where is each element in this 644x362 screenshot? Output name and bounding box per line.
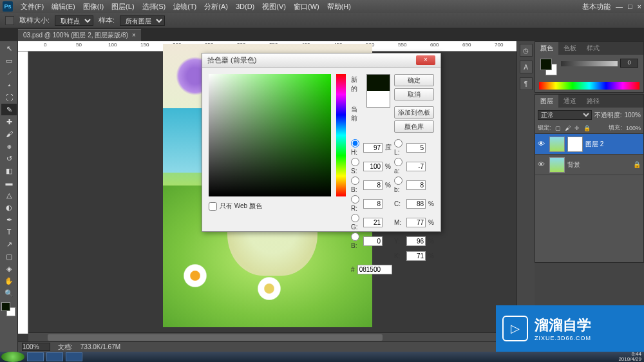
maximize-icon[interactable]: □ — [628, 3, 632, 10]
document-tab[interactable]: 03.psd @ 100% (图层 2, 图层蒙版/8) × — [18, 29, 141, 41]
fg-color[interactable] — [1, 302, 10, 311]
sample-select[interactable]: 所有图层 — [120, 15, 165, 26]
b2-input[interactable] — [406, 180, 426, 190]
menu-view[interactable]: 视图(V) — [262, 2, 286, 12]
menu-layer[interactable]: 图层(L) — [111, 2, 134, 12]
workspace-label[interactable]: 基本功能 — [582, 2, 611, 12]
tab-swatches[interactable]: 色板 — [558, 42, 582, 55]
m-input[interactable] — [406, 218, 426, 227]
current-color[interactable] — [367, 91, 390, 107]
eraser-tool[interactable]: ◧ — [1, 165, 17, 176]
layer-row[interactable]: 👁 图层 2 — [535, 134, 643, 155]
task-browser[interactable] — [66, 352, 82, 361]
b-input[interactable] — [363, 180, 383, 190]
hand-tool[interactable]: ✋ — [1, 275, 17, 287]
menu-select[interactable]: 选择(S) — [142, 2, 166, 12]
panel-fg-color[interactable] — [540, 59, 552, 70]
eyedropper-icon[interactable] — [5, 16, 14, 25]
layer-name[interactable]: 图层 2 — [585, 140, 603, 149]
hex-input[interactable] — [357, 265, 392, 274]
sample-size-select[interactable]: 取样点 — [55, 15, 93, 26]
layer-name[interactable]: 背景 — [567, 160, 580, 169]
menu-3d[interactable]: 3D(D) — [236, 3, 254, 10]
y-input[interactable] — [406, 236, 426, 246]
l-input[interactable] — [406, 143, 426, 153]
ok-button[interactable]: 确定 — [394, 74, 434, 86]
blur-tool[interactable]: △ — [1, 189, 17, 201]
zoom-tool[interactable]: 🔍 — [1, 287, 17, 299]
shape-tool[interactable]: ▢ — [1, 251, 17, 262]
mask-thumb[interactable] — [567, 137, 583, 152]
g-radio[interactable] — [351, 214, 359, 222]
layer-thumb[interactable] — [549, 157, 565, 173]
color-field[interactable] — [209, 74, 331, 196]
c-input[interactable] — [406, 199, 426, 209]
web-colors-checkbox[interactable] — [209, 202, 217, 211]
brush-tool[interactable]: 🖌 — [1, 128, 17, 140]
stamp-tool[interactable]: ⎈ — [1, 140, 17, 152]
para-icon[interactable]: ¶ — [520, 77, 533, 90]
start-button[interactable] — [1, 352, 24, 362]
g-input[interactable] — [363, 218, 383, 227]
history-brush-tool[interactable]: ↺ — [1, 153, 17, 164]
close-icon[interactable]: × — [638, 3, 641, 10]
clock[interactable]: 8:44 2018/4/29 — [618, 352, 641, 362]
color-swatch[interactable] — [1, 302, 15, 316]
crop-tool[interactable]: ⛶ — [1, 91, 17, 103]
layer-row[interactable]: 👁 背景 🔒 — [535, 155, 643, 175]
zoom-input[interactable] — [22, 343, 50, 351]
a-radio[interactable] — [394, 158, 402, 166]
marquee-tool[interactable]: ▭ — [1, 55, 17, 66]
wand-tool[interactable]: ⋆ — [1, 79, 17, 91]
scrollbar-thumb[interactable] — [48, 334, 383, 341]
fill-pct[interactable]: 100% — [626, 125, 641, 131]
blend-mode-select[interactable]: 正常 — [538, 110, 592, 120]
s-input[interactable] — [363, 162, 383, 171]
opacity-value[interactable]: 0 — [620, 59, 638, 68]
opacity-slider[interactable] — [561, 61, 618, 66]
lasso-tool[interactable]: ⟋ — [1, 67, 17, 79]
k-input[interactable] — [406, 251, 426, 261]
menu-file[interactable]: 文件(F) — [21, 2, 44, 12]
vertical-ruler[interactable] — [18, 52, 28, 334]
tab-color[interactable]: 颜色 — [535, 42, 558, 55]
move-tool[interactable]: ↖ — [1, 43, 17, 54]
color-library-button[interactable]: 颜色库 — [394, 120, 434, 133]
menu-filter[interactable]: 滤镜(T) — [173, 2, 196, 12]
char-icon[interactable]: A — [520, 61, 533, 73]
menu-help[interactable]: 帮助(H) — [327, 2, 351, 12]
dialog-close-button[interactable]: × — [416, 55, 435, 65]
tab-styles[interactable]: 样式 — [582, 42, 605, 55]
tab-close-icon[interactable]: × — [132, 32, 136, 39]
gradient-tool[interactable]: ▬ — [1, 177, 17, 189]
tab-paths[interactable]: 路径 — [582, 95, 605, 108]
pen-tool[interactable]: ✒ — [1, 214, 17, 225]
menu-image[interactable]: 图像(I) — [83, 2, 104, 12]
r-radio[interactable] — [351, 195, 359, 204]
lock-all-icon[interactable]: 🔒 — [583, 125, 591, 131]
bb-input[interactable] — [363, 236, 383, 246]
path-tool[interactable]: ↗ — [1, 238, 17, 250]
hue-strip[interactable] — [539, 82, 639, 90]
lock-transparent-icon[interactable]: ▢ — [555, 125, 561, 131]
layer-thumb[interactable] — [549, 137, 565, 152]
task-ps[interactable] — [27, 352, 44, 361]
h-input[interactable] — [363, 143, 383, 153]
hue-slider[interactable] — [336, 74, 346, 196]
r-input[interactable] — [363, 199, 383, 209]
horizontal-scrollbar[interactable] — [28, 332, 516, 341]
menu-window[interactable]: 窗口(W) — [294, 2, 319, 12]
b-radio[interactable] — [351, 176, 359, 185]
menu-analysis[interactable]: 分析(A) — [204, 2, 228, 12]
history-icon[interactable]: ◷ — [520, 44, 533, 57]
b2-radio[interactable] — [394, 176, 402, 185]
heal-tool[interactable]: ✚ — [1, 116, 17, 128]
l-radio[interactable] — [394, 139, 402, 148]
color-marker[interactable] — [213, 182, 219, 189]
task-paint[interactable] — [46, 352, 63, 361]
add-swatch-button[interactable]: 添加到色板 — [394, 106, 434, 119]
dialog-titlebar[interactable]: 拾色器 (前景色) × — [202, 53, 440, 68]
minimize-icon[interactable]: — — [616, 3, 623, 10]
bb-radio[interactable] — [351, 233, 359, 241]
lock-position-icon[interactable]: ✛ — [574, 125, 580, 131]
